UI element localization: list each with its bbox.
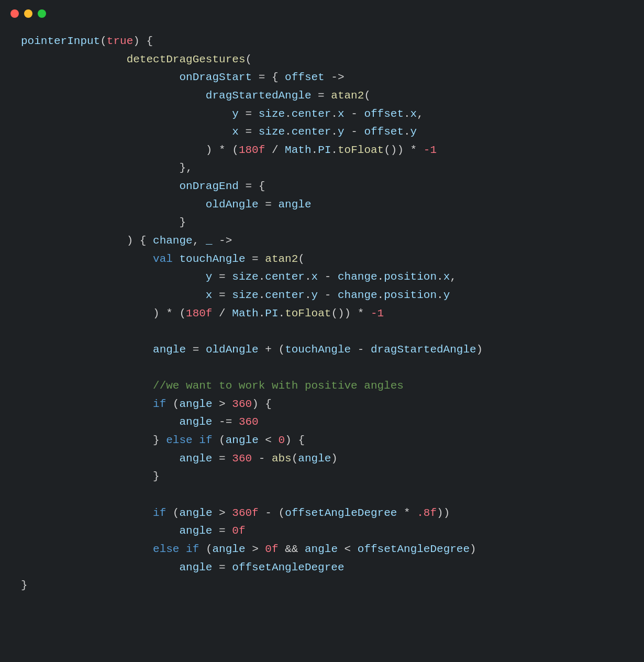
minimize-button[interactable] [24,9,32,18]
maximize-button[interactable] [38,9,46,18]
close-button[interactable] [10,9,19,18]
code-editor[interactable]: pointerInput(true) { detectDragGestures(… [0,27,644,616]
window: pointerInput(true) { detectDragGestures(… [0,0,644,662]
title-bar [0,0,644,27]
